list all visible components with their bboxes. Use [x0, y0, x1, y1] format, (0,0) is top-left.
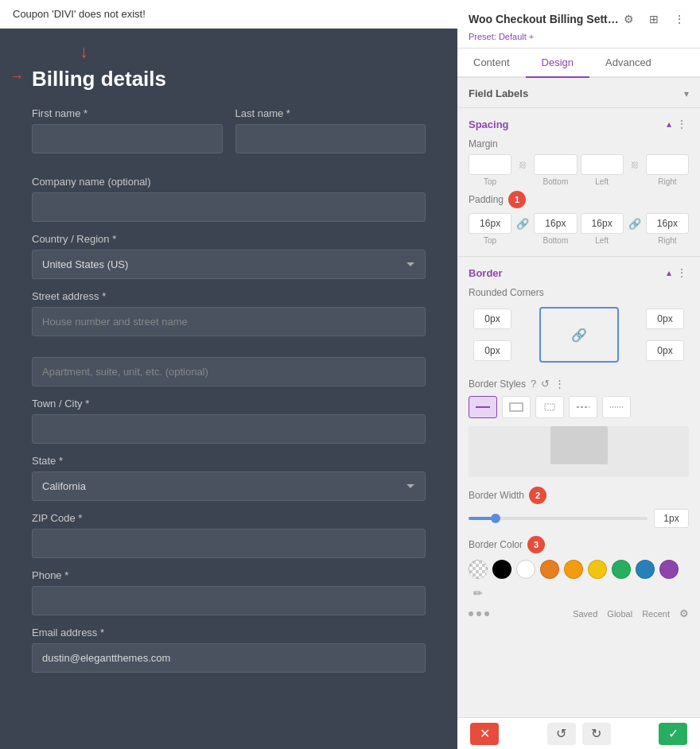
swatch-transparent[interactable] [469, 560, 488, 579]
email-input[interactable] [32, 643, 426, 673]
close-button[interactable]: ✕ [470, 723, 499, 745]
border-color-header: Border Color 3 [469, 536, 689, 553]
margin-right-input[interactable] [646, 154, 689, 175]
padding-bottom-input[interactable] [534, 213, 577, 234]
state-group: State * California [32, 455, 426, 501]
coupon-notice: Coupon 'DIVI' does not exist! [0, 0, 457, 29]
margin-bottom-input[interactable] [534, 154, 577, 175]
border-style-inner[interactable] [535, 396, 564, 418]
country-select[interactable]: United States (US) [32, 250, 426, 279]
border-style-outside[interactable] [502, 396, 531, 418]
svg-rect-0 [476, 406, 490, 408]
inner-border-icon [542, 402, 558, 413]
pencil-icon[interactable]: ✏ [469, 584, 488, 603]
spacing-section-header[interactable]: Spacing ▴ ⋮ [457, 108, 700, 138]
town-input[interactable] [32, 414, 426, 444]
swatch-yellow-orange[interactable] [564, 560, 583, 579]
spacing-chevron: ▴ [667, 118, 671, 130]
border-link-icon: 🔗 [571, 328, 587, 343]
svg-rect-1 [510, 403, 523, 411]
billing-form: First name * Last name * Company name (o… [0, 107, 457, 716]
help-icon[interactable]: ? [531, 378, 536, 390]
settings-color-icon[interactable]: ⚙ [679, 607, 689, 619]
border-style-solid[interactable] [469, 396, 497, 418]
border-width-value[interactable] [654, 509, 689, 528]
field-labels-chevron: ▾ [684, 88, 689, 99]
dot-3 [484, 611, 489, 616]
name-row: First name * Last name * [32, 107, 426, 165]
swatch-purple[interactable] [659, 560, 679, 579]
color-footer: Saved Global Recent ⚙ [469, 607, 689, 619]
border-style-dashed[interactable] [569, 396, 597, 418]
apt-input[interactable] [32, 357, 426, 386]
spacing-dots-menu[interactable]: ⋮ [676, 118, 689, 130]
save-button[interactable]: ✓ [659, 723, 687, 745]
margin-right-label: Right [646, 177, 689, 186]
settings-icon-btn[interactable]: ⚙ [619, 10, 638, 29]
state-select[interactable]: California [32, 472, 426, 501]
padding-left-label: Left [581, 236, 624, 245]
last-name-input[interactable] [235, 124, 426, 153]
dotted-border-icon [609, 402, 624, 413]
swatch-black[interactable] [492, 560, 511, 579]
street-input[interactable] [32, 307, 426, 336]
zip-label: ZIP Code * [32, 512, 426, 524]
more-icon-btn[interactable]: ⋮ [670, 10, 689, 29]
border-preview-box: 🔗 [539, 307, 619, 363]
border-dots-menu[interactable]: ⋮ [676, 266, 689, 279]
padding-bottom-label: Bottom [534, 236, 577, 245]
corner-tr-input[interactable] [646, 309, 684, 329]
corner-bl-input[interactable] [473, 340, 511, 361]
company-input[interactable] [32, 192, 426, 222]
tab-design[interactable]: Design [526, 49, 589, 78]
panel-header-icons: ⚙ ⊞ ⋮ [619, 10, 689, 29]
swatch-blue[interactable] [636, 560, 655, 579]
undo-button[interactable]: ↺ [547, 723, 576, 745]
more-options-icon[interactable]: ⋮ [554, 378, 565, 390]
arrow-right-icon: → [10, 68, 24, 85]
first-name-input[interactable] [32, 124, 223, 153]
color-dots [469, 611, 489, 616]
redo-button[interactable]: ↻ [582, 723, 611, 745]
grid-icon-btn[interactable]: ⊞ [644, 10, 663, 29]
border-style-dotted[interactable] [602, 396, 631, 418]
tab-content[interactable]: Content [457, 49, 526, 78]
tab-advanced[interactable]: Advanced [589, 49, 667, 78]
last-name-label: Last name * [235, 107, 426, 119]
billing-title: Billing details [0, 67, 457, 107]
border-styles-icons [469, 396, 689, 418]
border-width-thumb[interactable] [491, 514, 500, 523]
zip-group: ZIP Code * [32, 512, 426, 558]
field-labels-section-header[interactable]: Field Labels ▾ [457, 78, 700, 107]
email-group: Email address * [32, 627, 426, 673]
street-label: Street address * [32, 290, 426, 302]
swatch-white[interactable] [516, 560, 535, 579]
corner-br-input[interactable] [646, 340, 684, 361]
corner-tl-input[interactable] [473, 309, 511, 329]
badge-2: 2 [529, 487, 546, 504]
border-styles-label-row: Border Styles ? ↺ ⋮ [469, 378, 689, 390]
margin-top-input[interactable] [469, 154, 511, 175]
zip-input[interactable] [32, 529, 426, 558]
bottom-center-buttons: ↺ ↻ [547, 723, 611, 745]
padding-link-icon-2[interactable]: 🔗 [627, 213, 643, 234]
badge-3: 3 [527, 536, 545, 553]
outside-border-icon [508, 402, 524, 413]
margin-top-label: Top [469, 177, 511, 186]
margin-left-input[interactable] [581, 154, 624, 175]
reset-icon[interactable]: ↺ [541, 378, 550, 390]
swatch-green[interactable] [612, 560, 631, 579]
phone-label: Phone * [32, 569, 426, 581]
global-label: Global [607, 609, 632, 619]
margin-left-label: Left [581, 177, 624, 186]
padding-top-input[interactable] [469, 213, 511, 234]
padding-left-input[interactable] [581, 213, 624, 234]
preset-label: Preset: Default + [469, 32, 689, 41]
swatch-yellow[interactable] [588, 560, 607, 579]
padding-right-input[interactable] [646, 213, 689, 234]
swatch-orange[interactable] [540, 560, 559, 579]
street-group: Street address * [32, 290, 426, 386]
border-section-header[interactable]: Border ▴ ⋮ [457, 257, 700, 287]
padding-link-icon-1[interactable]: 🔗 [515, 213, 531, 234]
phone-input[interactable] [32, 586, 426, 615]
